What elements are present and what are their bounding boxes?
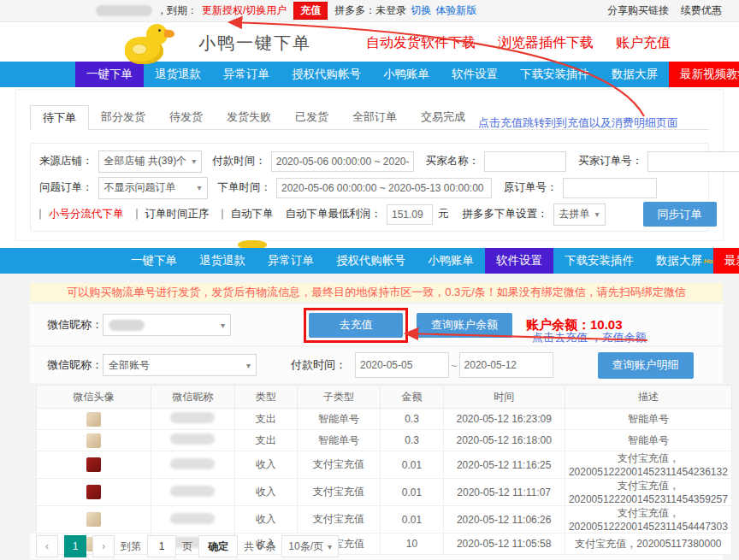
nav-item-authorized-accounts[interactable]: 授权代购帐号 (281, 62, 372, 87)
wechat-avatar (86, 457, 101, 472)
nav-item-duck-bills[interactable]: 小鸭账单 (417, 248, 485, 274)
tab-partial-shipped[interactable]: 部分发货 (89, 105, 157, 129)
wechat-nickname-blurred (170, 458, 215, 469)
switch-account-link[interactable]: 切换 (411, 3, 431, 18)
app-header: 小鸭一键下单 自动发货软件下载 浏览器插件下载 账户充值 (0, 22, 739, 62)
new-version-link[interactable]: 体验新版 (435, 3, 476, 18)
nav-item-data-screen[interactable]: 数据大屏 (600, 62, 669, 87)
username-blurred (96, 5, 152, 16)
problem-order-select[interactable]: 不显示问题订单 ▾ (98, 177, 208, 199)
balance-value: 10.03 (590, 317, 623, 332)
main-navbar: 一键下单 退货退款 异常订单 授权代购帐号 小鸭账单 软件设置 下载安装插件 数… (0, 62, 739, 87)
table-row: 收入 支付宝充值 0.01 2020-05-12 11:11:07 支付宝充值，… (37, 479, 732, 506)
nav-item-duck-bills[interactable]: 小鸭账单 (372, 62, 440, 87)
page-unit-label: 页 (182, 539, 192, 554)
date-tilde: ~ (451, 359, 458, 372)
chevron-down-icon: ▾ (328, 542, 332, 551)
min-profit-input[interactable] (387, 204, 433, 225)
table-row: 收入 支付宝充值 0.01 2020-05-12 11:06:26 支付宝充值，… (37, 506, 732, 533)
renewal-offer-link[interactable]: 续费优惠 (681, 3, 722, 18)
table-row: 支出 智能单号 0.3 2020-05-12 16:23:09 智能单号 (37, 409, 732, 430)
goto-label: 到第 (121, 539, 141, 554)
pay-time-range-input[interactable] (271, 151, 414, 172)
tab-pending-order[interactable]: 待下单 (30, 105, 89, 130)
tab-ship-failed[interactable]: 发货失败 (215, 105, 283, 129)
check-balance-button[interactable]: 查询账户余额 (417, 313, 512, 338)
order-filters: 来源店铺： 全部店铺 共(39)个 ▾ 付款时间： 买家名称： 买家订单号： 问… (30, 143, 709, 232)
orig-order-label: 原订单号： (504, 180, 558, 195)
recharge-section: 可以购买物流单号进行发货，发货后有物流信息，最终目的地保持市区一致，0.3元/条… (0, 274, 739, 560)
bill-table: 微信头像 微信昵称 类型 子类型 金额 时间 描述 支出 智能单号 0.3 20… (36, 385, 732, 555)
wechat-nickname-label: 微信昵称： (47, 317, 103, 333)
bill-filter-row: 微信昵称： 全部账号 ▾ 付款时间： ~ 查询账户明细 (47, 350, 694, 380)
shop-source-select[interactable]: 全部店铺 共(39)个 ▾ (98, 150, 203, 173)
tab-shipped[interactable]: 已发货 (283, 105, 340, 129)
browser-plugin-download-link[interactable]: 浏览器插件下载 (498, 34, 594, 52)
buyer-name-label: 买家名称： (426, 154, 480, 168)
nav-item-authorized-accounts[interactable]: 授权代购帐号 (325, 248, 417, 274)
chevron-down-icon: ▾ (246, 361, 251, 370)
confirm-page-button[interactable]: 确定 (198, 535, 238, 557)
next-page-button[interactable]: › (92, 535, 115, 557)
nav-item-install-plugin[interactable]: 下载安装插件 (509, 62, 600, 87)
chevron-down-icon: ▾ (595, 209, 600, 219)
auto-ship-download-link[interactable]: 自动发货软件下载 (366, 34, 476, 52)
goto-page-input[interactable] (147, 535, 176, 557)
nav-item-returns[interactable]: 退货退款 (144, 62, 212, 87)
per-page-select[interactable]: 10条/页 ▾ (281, 535, 339, 557)
wechat-account-select[interactable]: ▾ (103, 314, 231, 336)
recharge-link-highlighted[interactable]: 充值 (293, 2, 328, 20)
tab-to-ship[interactable]: 待发货 (157, 105, 215, 129)
renew-auth-link[interactable]: 更新授权/切换用户 (202, 3, 287, 18)
wechat-avatar (86, 433, 101, 448)
checkbox-small-account[interactable] (39, 209, 41, 220)
auto-order-label: 自动下单 (231, 207, 274, 221)
orig-order-input[interactable] (563, 178, 657, 198)
nav-item-one-click-order[interactable]: 一键下单 (120, 248, 188, 274)
settings-navbar: 一键下单 退货退款 异常订单 授权代购帐号 小鸭账单 软件设置 下载安装插件 数… (0, 248, 739, 274)
buyer-name-input[interactable] (484, 151, 566, 172)
balance-annotation: 点击去充值 ，充值余额 (532, 330, 647, 345)
page-1-button[interactable]: 1 (64, 535, 86, 557)
nav-item-abnormal-orders[interactable]: 异常订单 (212, 62, 281, 87)
account-recharge-link[interactable]: 账户充值 (616, 34, 671, 52)
nav-item-video-tutorial[interactable]: 最新视频教学 (713, 248, 739, 274)
nav-item-install-plugin[interactable]: 下载安装插件 (553, 248, 645, 274)
go-recharge-button[interactable]: 去充值 (309, 313, 403, 338)
pdd-order-setting-select[interactable]: 去拼单 ▾ (553, 203, 606, 226)
order-time-range-input[interactable] (276, 178, 492, 198)
all-accounts-select[interactable]: 全部账号 ▾ (103, 354, 257, 376)
col-time: 时间 (443, 386, 565, 409)
table-row: 收入 支付宝充值 0.01 2020-05-12 11:16:25 支付宝充值，… (37, 451, 732, 479)
app-title: 小鸭一键下单 (198, 32, 311, 55)
date-from-input[interactable] (355, 352, 449, 378)
nav-item-data-screen[interactable]: 数据大屏 Hot (645, 248, 713, 274)
col-nickname: 微信昵称 (151, 386, 235, 409)
nav-item-software-settings[interactable]: 软件设置 (440, 62, 509, 87)
checkbox-auto-order[interactable] (222, 209, 223, 220)
tab-completed[interactable]: 交易完成 (409, 105, 477, 129)
date-to-input[interactable] (459, 352, 553, 378)
order-time-asc-label: 订单时间正序 (145, 207, 210, 221)
check-account-detail-button[interactable]: 查询账户明细 (598, 352, 694, 379)
bill-pay-time-label: 付款时间： (291, 357, 346, 373)
nav-item-software-settings[interactable]: 软件设置 (485, 248, 553, 274)
chevron-down-icon: ▾ (221, 321, 225, 330)
buyer-order-label: 买家订单号： (578, 154, 642, 168)
checkbox-order-time-asc[interactable] (136, 209, 138, 220)
duck-logo-icon (125, 24, 174, 65)
expiry-label: ，到期： (157, 3, 198, 18)
orders-panel: 待下单 部分发货 待发货 发货失败 已发货 全部订单 交易完成 点击充值跳转到到… (15, 89, 724, 241)
wechat-nickname-blurred (170, 486, 215, 497)
share-purchase-link[interactable]: 分享购买链接 (607, 3, 669, 18)
nav-item-abnormal-orders[interactable]: 异常订单 (257, 248, 325, 274)
prev-page-button[interactable]: ‹ (36, 535, 58, 557)
nav-item-video-tutorial[interactable]: 最新视频教学 (669, 62, 739, 87)
nav-item-returns[interactable]: 退货退款 (188, 248, 257, 274)
nav-item-one-click-order[interactable]: 一键下单 (75, 62, 144, 87)
tab-all-orders[interactable]: 全部订单 (340, 105, 409, 129)
buyer-order-input[interactable] (647, 151, 739, 172)
chevron-down-icon: ▾ (192, 156, 196, 166)
sync-orders-button[interactable]: 同步订单 (643, 202, 717, 227)
shop-source-label: 来源店铺： (39, 154, 93, 168)
